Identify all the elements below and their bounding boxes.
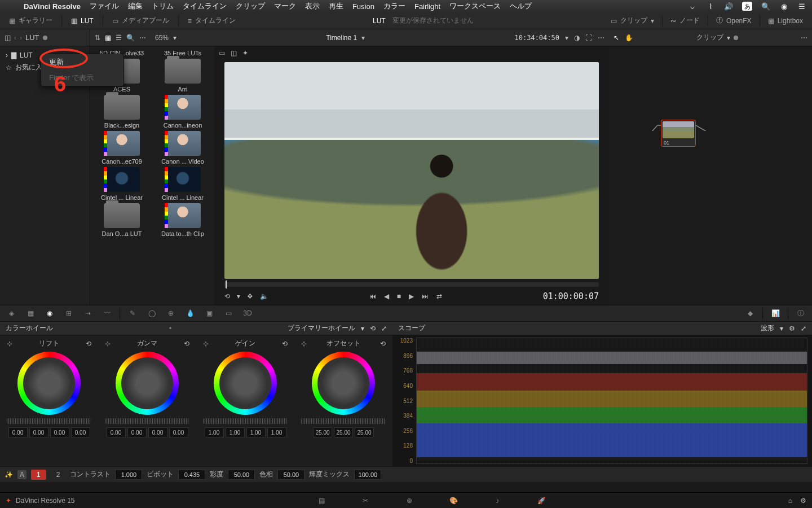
chevron-down-icon[interactable]: ▾: [237, 292, 240, 300]
wheel-value[interactable]: 1.00: [267, 427, 286, 437]
page-fairlight-icon[interactable]: ♪: [489, 495, 505, 506]
menu-refresh[interactable]: 更新: [41, 54, 123, 70]
breadcrumb[interactable]: LUT: [25, 33, 39, 42]
auto-icon[interactable]: A: [17, 470, 27, 479]
pointer-icon[interactable]: ↖: [614, 34, 619, 42]
wheel-value[interactable]: 0.00: [50, 427, 69, 437]
master-slider[interactable]: [7, 418, 91, 424]
app-name[interactable]: DaVinci Resolve: [24, 2, 81, 11]
expand-icon[interactable]: ⤢: [381, 325, 387, 332]
3d-icon[interactable]: 3D: [241, 306, 254, 320]
transport-timecode[interactable]: 01:00:00:07: [543, 291, 599, 301]
viewer-video[interactable]: [224, 62, 599, 279]
grid-view-icon[interactable]: ▦: [105, 34, 111, 42]
master-slider[interactable]: [203, 418, 287, 424]
page-1[interactable]: 1: [31, 470, 46, 480]
stop-icon[interactable]: ■: [397, 292, 401, 300]
search-icon[interactable]: 🔍: [126, 34, 135, 42]
more-icon[interactable]: ⋯: [139, 34, 146, 42]
rgb-mixer-icon[interactable]: ⊞: [62, 306, 76, 320]
lut-button[interactable]: ▥LUT: [67, 15, 98, 27]
wheel-value[interactable]: 0.00: [107, 427, 126, 437]
bypass-icon[interactable]: ◑: [574, 34, 580, 42]
sat-input[interactable]: [228, 470, 255, 480]
nav-fwd-icon[interactable]: ›: [20, 34, 22, 42]
menu-play[interactable]: 再生: [329, 1, 343, 11]
menu-fairlight[interactable]: Fairlight: [414, 2, 440, 11]
curves-icon[interactable]: 〰: [100, 306, 114, 320]
wheel-value[interactable]: 0.00: [8, 427, 28, 437]
menu-clip[interactable]: クリップ: [236, 1, 265, 11]
scrub-bar[interactable]: [224, 282, 599, 287]
page-2[interactable]: 2: [51, 470, 66, 480]
key-icon[interactable]: ▣: [202, 306, 216, 320]
reset-icon[interactable]: ⟲: [184, 340, 189, 348]
menu-edit[interactable]: 編集: [128, 1, 143, 11]
nav-back-icon[interactable]: ‹: [14, 34, 16, 42]
wheels-mode[interactable]: プライマリーホイール: [288, 323, 355, 333]
node-01[interactable]: 01: [661, 120, 696, 147]
color-wheel[interactable]: [17, 352, 81, 415]
apple-icon[interactable]: [6, 2, 15, 11]
node-button[interactable]: ∾ノード: [666, 14, 704, 27]
timecode[interactable]: 10:34:04:50: [515, 34, 559, 42]
menu-trim[interactable]: トリム: [152, 1, 174, 11]
node-editor[interactable]: 01: [609, 46, 812, 305]
blur-icon[interactable]: 💧: [183, 306, 197, 320]
lut-item[interactable]: Data to...th Clip: [155, 203, 211, 237]
layers-icon[interactable]: ❖: [247, 292, 253, 300]
picker-icon[interactable]: ⊹: [301, 340, 307, 348]
lut-item[interactable]: Canon...ineon: [155, 95, 211, 129]
menu-color[interactable]: カラー: [383, 1, 405, 11]
sizing-icon[interactable]: ▭: [222, 306, 235, 320]
pivot-input[interactable]: [178, 470, 205, 480]
menu-fusion[interactable]: Fusion: [352, 2, 374, 11]
split-icon[interactable]: ◫: [231, 49, 237, 57]
color-match-icon[interactable]: ▦: [24, 306, 37, 320]
sort-icon[interactable]: ⇅: [95, 34, 100, 42]
openfx-button[interactable]: ⓕOpenFX: [712, 14, 756, 27]
menu-timeline[interactable]: タイムライン: [183, 1, 227, 11]
magic-icon[interactable]: ✨: [5, 471, 13, 479]
wheel-value[interactable]: 25.00: [313, 427, 332, 437]
panel-toggle-icon[interactable]: ◫: [5, 34, 11, 42]
chevron-down-icon[interactable]: ▾: [727, 34, 730, 42]
picker-icon[interactable]: ⊹: [7, 340, 12, 348]
next-clip-icon[interactable]: ⏭: [422, 292, 429, 300]
highlight-icon[interactable]: ✦: [242, 49, 248, 57]
fullscreen-icon[interactable]: ⛶: [585, 34, 592, 42]
chevron-down-icon[interactable]: ▾: [173, 34, 176, 42]
menu-workspace[interactable]: ワークスペース: [449, 1, 501, 11]
notification-icon[interactable]: ☰: [797, 2, 806, 11]
wheel-value[interactable]: 1.00: [226, 427, 245, 437]
mediapool-button[interactable]: ▭メディアプール: [108, 14, 174, 27]
reset-icon[interactable]: ⟲: [86, 340, 91, 348]
settings-icon[interactable]: ⚙: [800, 497, 806, 505]
scope-mode[interactable]: 波形: [761, 323, 774, 333]
more-icon[interactable]: ⋯: [801, 34, 807, 42]
contrast-input[interactable]: [115, 470, 142, 480]
chevron-down-icon[interactable]: ▾: [565, 34, 568, 42]
chevron-down-icon[interactable]: ▾: [361, 34, 365, 42]
zoom-level[interactable]: 65%: [155, 34, 169, 42]
step-back-icon[interactable]: ◀: [384, 292, 389, 300]
menu-file[interactable]: ファイル: [90, 1, 119, 11]
timeline-name[interactable]: Timeline 1: [326, 34, 357, 42]
lut-item[interactable]: Black...esign: [94, 95, 150, 129]
loop-icon[interactable]: ⟲: [224, 292, 230, 300]
wheel-value[interactable]: 0.00: [127, 427, 147, 437]
clip-button[interactable]: ▭クリップ▾: [606, 14, 659, 27]
wheel-value[interactable]: 25.00: [355, 427, 374, 437]
lut-item[interactable]: 35 Free LUTs: [155, 50, 211, 56]
wifi-icon[interactable]: ⌇: [706, 2, 715, 11]
list-view-icon[interactable]: ☰: [116, 34, 122, 42]
siri-icon[interactable]: ◉: [779, 2, 788, 11]
reset-icon[interactable]: ⟲: [370, 325, 376, 332]
menu-mark[interactable]: マーク: [274, 1, 296, 11]
color-wheel[interactable]: [116, 352, 179, 415]
gallery-button[interactable]: ▦ギャラリー: [5, 14, 57, 27]
more-icon[interactable]: ⋯: [598, 34, 604, 42]
timeline-button[interactable]: ≡タイムライン: [183, 14, 240, 27]
node-clip-label[interactable]: クリップ: [696, 33, 723, 42]
wheel-value[interactable]: 1.00: [246, 427, 266, 437]
